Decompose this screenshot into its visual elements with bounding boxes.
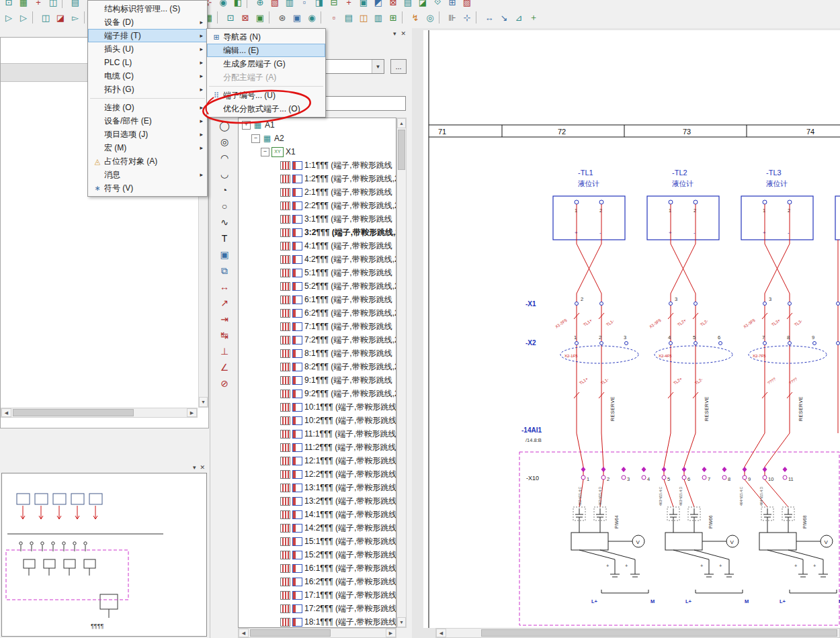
toolbar-icon[interactable] [476, 11, 480, 24]
browse-button[interactable]: ... [390, 59, 407, 74]
toolbar-icon[interactable]: ⊹ [460, 10, 474, 25]
terminal-tree-item[interactable]: 9:2¶¶¶ (端子,带鞍形跳线,2 [239, 387, 396, 400]
tree-node-x1[interactable]: − XY X1 [239, 145, 396, 158]
terminal-tree-item[interactable]: 2:2¶¶¶ (端子,带鞍形跳线,2 [239, 199, 396, 212]
toolbar-icon[interactable]: ▤ [68, 0, 83, 9]
toolbar-icon[interactable]: ▣ [253, 10, 267, 25]
toolbar-icon[interactable]: ▷ [16, 10, 31, 25]
toolbar-icon[interactable]: ▧ [267, 0, 282, 9]
terminal-tree-item[interactable]: 3:1¶¶¶ (端子,带鞍形跳线 [239, 212, 396, 226]
tree-h-scrollbar[interactable]: ◀ ▶ [238, 628, 396, 638]
terminal-tree-item[interactable]: 5:1¶¶¶ (端子,带鞍形跳线 [239, 266, 396, 279]
drawing-tool-icon[interactable]: ◠ [216, 150, 233, 166]
terminal-tree-item[interactable]: 10:2¶¶¶ (端子,带鞍形跳线,2 [239, 414, 396, 427]
drawing-tool-icon[interactable]: ⊥ [216, 343, 233, 359]
terminal-tree-item[interactable]: 13:2¶¶¶ (端子,带鞍形跳线,2 [239, 494, 396, 508]
scroll-thumb[interactable] [250, 629, 331, 637]
scroll-down-icon[interactable]: ▼ [397, 617, 406, 627]
terminal-tree-item[interactable]: 14:1¶¶¶ (端子,带鞍形跳线 [239, 508, 396, 521]
terminal-tree-item[interactable]: 14:2¶¶¶ (端子,带鞍形跳线,2 [239, 521, 396, 535]
terminal-tree-item[interactable]: 4:2¶¶¶ (端子,带鞍形跳线,2 [239, 253, 396, 266]
toolbar-icon[interactable]: ◎ [423, 10, 437, 25]
toolbar-icon[interactable]: ⊛ [275, 10, 290, 25]
terminal-tree-item[interactable]: 1:2¶¶¶ (端子,带鞍形跳线,2 [239, 172, 396, 185]
drawing-tool-icon[interactable]: ⧉ [216, 263, 233, 279]
scroll-track[interactable] [446, 629, 839, 637]
toolbar-icon[interactable]: ↔ [482, 10, 497, 25]
drawing-tool-icon[interactable]: ∿ [216, 214, 233, 230]
toolbar-icon[interactable]: ⊞ [386, 10, 401, 25]
editor-h-scrollbar[interactable]: ◀ [435, 628, 840, 638]
toolbar-icon[interactable] [439, 11, 444, 24]
drawing-tool-icon[interactable]: ◎ [216, 134, 233, 150]
scroll-left-icon[interactable]: ◀ [436, 629, 446, 637]
tree-node-a2[interactable]: − ▦ A2 [239, 132, 396, 145]
menu-item[interactable]: 端子排 (T) ▸ [88, 29, 207, 42]
terminal-tree-item[interactable]: 12:1¶¶¶ (端子,带鞍形跳线 [239, 454, 396, 467]
menu-item[interactable]: ⠿ 端子编号... (U) [207, 89, 325, 102]
toolbar-icon[interactable]: ＋ [526, 10, 541, 25]
menu-item[interactable]: 设备/部件 (E) ▸ [88, 114, 207, 128]
toolbar-icon[interactable]: + [341, 0, 356, 9]
toolbar-icon[interactable]: ◪ [53, 10, 68, 25]
drawing-tool-icon[interactable]: ◯ [216, 118, 233, 134]
terminal-tree-item[interactable]: 7:2¶¶¶ (端子,带鞍形跳线,2 [239, 333, 396, 347]
preview-canvas[interactable]: ¶¶¶¶ [1, 473, 207, 637]
toolbar-icon[interactable]: ◧ [230, 0, 245, 9]
drawing-tool-icon[interactable]: ⇥ [216, 311, 233, 327]
scroll-left-icon[interactable]: ◀ [239, 629, 249, 637]
menu-item[interactable]: ⊞ 导航器 (N) [207, 30, 325, 44]
toolbar-icon[interactable]: ▨ [460, 0, 474, 9]
toolbar-icon[interactable]: ▤ [341, 10, 356, 25]
menu-item[interactable]: 生成多层端子 (G) [207, 57, 325, 71]
scroll-up-icon[interactable]: ▲ [397, 118, 406, 128]
scroll-track[interactable] [397, 128, 406, 617]
drawing-tool-icon[interactable]: ◡ [216, 166, 233, 182]
menu-item[interactable]: 电缆 (C) ▸ [88, 69, 207, 83]
drawing-tool-icon[interactable]: ▣ [216, 246, 233, 263]
menu-item[interactable]: 项目选项 (J) ▸ [88, 128, 207, 141]
drawing-tool-icon[interactable]: ∠ [216, 359, 233, 375]
terminal-tree-item[interactable]: 2:1¶¶¶ (端子,带鞍形跳线 [239, 185, 396, 199]
close-icon[interactable]: ✕ [200, 464, 205, 471]
terminal-tree-item[interactable]: 15:1¶¶¶ (端子,带鞍形跳线 [239, 535, 396, 548]
drawing-tool-icon[interactable]: ↹ [216, 327, 233, 343]
scroll-left-icon[interactable]: ◀ [1, 408, 11, 417]
terminal-tree-item[interactable]: 16:2¶¶¶ (端子,带鞍形跳线,2 [239, 575, 396, 588]
drawing-tool-icon[interactable]: T [216, 230, 233, 246]
scroll-right-icon[interactable]: ▶ [386, 629, 396, 637]
toolbar-icon[interactable]: ◫ [46, 0, 60, 9]
scroll-track[interactable] [11, 408, 187, 417]
terminal-tree-item[interactable]: 9:1¶¶¶ (端子,带鞍形跳线 [239, 373, 396, 387]
scroll-thumb[interactable] [481, 629, 837, 637]
scroll-thumb[interactable] [13, 409, 134, 416]
toolbar-icon[interactable]: ▤ [401, 0, 415, 9]
menu-item[interactable]: 优化分散式端子... (O) [207, 102, 325, 116]
terminal-tree-item[interactable]: 16:1¶¶¶ (端子,带鞍形跳线 [239, 561, 396, 575]
terminal-tree-item[interactable]: 3:2¶¶¶ (端子,带鞍形跳线,2 [239, 226, 396, 239]
toolbar-icon[interactable]: ▥ [282, 0, 297, 9]
menu-item[interactable]: 设备 (D) ▸ [88, 15, 207, 29]
menu-item[interactable]: 分配主端子 (A) [207, 71, 325, 84]
toolbar-icon[interactable]: ▫ [297, 0, 312, 9]
terminal-tree-item[interactable]: 11:2¶¶¶ (端子,带鞍形跳线,2 [239, 441, 396, 454]
toolbar-icon[interactable]: ⊠ [238, 10, 253, 25]
terminal-tree-item[interactable]: 1:1¶¶¶ (端子,带鞍形跳线 [239, 158, 396, 172]
toolbar-icon[interactable] [32, 11, 37, 24]
schematic-page[interactable]: 71 72 73 74 -X1 -X2 -14AI1 /14.8:B -X10 … [423, 30, 840, 628]
toolbar-icon[interactable]: ▻ [68, 10, 83, 25]
toolbar-icon[interactable]: ↯ [408, 10, 423, 25]
toolbar-icon[interactable]: ◉ [304, 10, 319, 25]
toolbar-icon[interactable]: ⊕ [253, 0, 267, 9]
terminal-tree-item[interactable]: 13:1¶¶¶ (端子,带鞍形跳线 [239, 481, 396, 494]
toolbar-icon[interactable]: ⊿ [511, 10, 526, 25]
terminal-tree-item[interactable]: 4:1¶¶¶ (端子,带鞍形跳线 [239, 239, 396, 253]
dock-menu-icon[interactable]: ▾ [393, 30, 396, 37]
menu-item[interactable]: PLC (L) ▸ [88, 56, 207, 69]
menu-item[interactable] [209, 86, 323, 87]
menu-item[interactable]: 连接 (O) ▸ [88, 101, 207, 114]
terminal-tree-item[interactable]: 8:1¶¶¶ (端子,带鞍形跳线 [239, 347, 396, 360]
toolbar-icon[interactable]: ◫ [38, 10, 53, 25]
toolbar-icon[interactable]: ◪ [415, 0, 430, 9]
toolbar-icon[interactable]: ⊟ [327, 0, 341, 9]
